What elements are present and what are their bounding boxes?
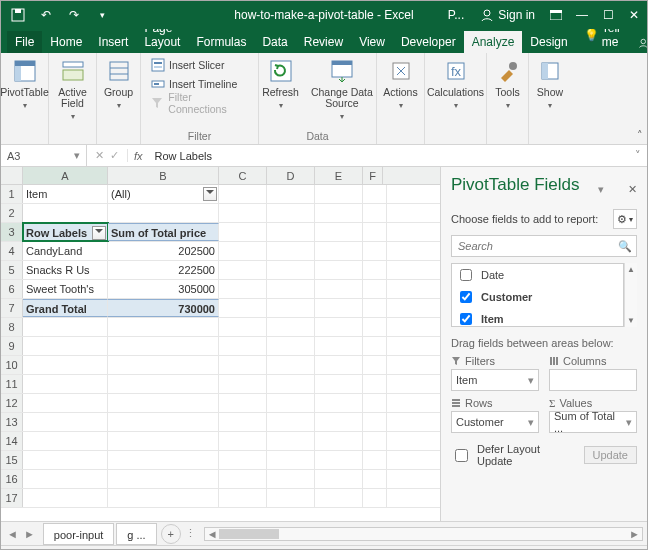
cell[interactable] bbox=[363, 299, 387, 317]
cell[interactable] bbox=[219, 337, 267, 355]
sheet-nav-prev-icon[interactable]: ◄ bbox=[7, 528, 18, 540]
minimize-icon[interactable]: — bbox=[569, 2, 595, 28]
field-checkbox[interactable] bbox=[460, 269, 472, 281]
cell[interactable] bbox=[23, 337, 108, 355]
pane-menu-icon[interactable]: ▾ bbox=[598, 183, 604, 196]
cell[interactable] bbox=[108, 204, 219, 222]
cell[interactable] bbox=[23, 318, 108, 336]
cell[interactable] bbox=[219, 242, 267, 260]
filter-dropdown-icon[interactable] bbox=[203, 187, 217, 201]
row-header[interactable]: 8 bbox=[1, 318, 23, 336]
cell[interactable]: Sweet Tooth's bbox=[23, 280, 108, 298]
cell[interactable]: 202500 bbox=[108, 242, 219, 260]
cell[interactable] bbox=[363, 470, 387, 488]
tools-button[interactable]: Tools▾ bbox=[488, 55, 528, 112]
row-header[interactable]: 14 bbox=[1, 432, 23, 450]
cell[interactable] bbox=[219, 223, 267, 241]
cell[interactable]: 222500 bbox=[108, 261, 219, 279]
cell[interactable] bbox=[219, 394, 267, 412]
tab-view[interactable]: View bbox=[351, 31, 393, 53]
field-item[interactable]: Customer bbox=[452, 286, 623, 308]
cell[interactable]: (All) bbox=[108, 185, 219, 203]
filter-dropdown-icon[interactable] bbox=[92, 226, 106, 240]
tab-insert[interactable]: Insert bbox=[90, 31, 136, 53]
cell[interactable] bbox=[267, 489, 315, 507]
pivottable-button[interactable]: PivotTable▾ bbox=[0, 55, 53, 112]
col-header-E[interactable]: E bbox=[315, 167, 363, 184]
cell[interactable] bbox=[267, 223, 315, 241]
cell[interactable] bbox=[219, 470, 267, 488]
col-header-B[interactable]: B bbox=[108, 167, 219, 184]
cell[interactable] bbox=[219, 299, 267, 317]
cell[interactable] bbox=[363, 261, 387, 279]
cell[interactable] bbox=[267, 356, 315, 374]
cell[interactable] bbox=[267, 451, 315, 469]
cell[interactable]: Grand Total bbox=[23, 299, 108, 317]
cell[interactable] bbox=[108, 394, 219, 412]
cell[interactable] bbox=[23, 451, 108, 469]
row-header[interactable]: 7 bbox=[1, 299, 23, 317]
horizontal-scrollbar[interactable]: ◄ ► bbox=[204, 527, 643, 541]
fx-icon[interactable]: fx bbox=[128, 150, 149, 162]
cell[interactable] bbox=[267, 394, 315, 412]
row-header[interactable]: 2 bbox=[1, 204, 23, 222]
cell[interactable] bbox=[363, 318, 387, 336]
cell[interactable] bbox=[315, 280, 363, 298]
field-list[interactable]: DateCustomerItem bbox=[451, 263, 624, 327]
tab-formulas[interactable]: Formulas bbox=[188, 31, 254, 53]
cell[interactable]: Sum of Total price bbox=[108, 223, 219, 241]
row-header[interactable]: 17 bbox=[1, 489, 23, 507]
cell[interactable] bbox=[315, 223, 363, 241]
row-header[interactable]: 6 bbox=[1, 280, 23, 298]
cell[interactable] bbox=[219, 489, 267, 507]
cell[interactable] bbox=[315, 261, 363, 279]
col-header-C[interactable]: C bbox=[219, 167, 267, 184]
insert-slicer-button[interactable]: Insert Slicer bbox=[147, 55, 227, 74]
expand-formula-bar-icon[interactable]: ˅ bbox=[629, 149, 647, 162]
cell[interactable] bbox=[108, 451, 219, 469]
cell[interactable] bbox=[267, 375, 315, 393]
cell[interactable] bbox=[315, 451, 363, 469]
cell[interactable] bbox=[23, 394, 108, 412]
cell[interactable] bbox=[363, 394, 387, 412]
new-sheet-icon[interactable]: + bbox=[161, 524, 181, 544]
formula-input[interactable]: Row Labels bbox=[149, 150, 629, 162]
field-list-options-icon[interactable]: ⚙▾ bbox=[613, 209, 637, 229]
row-header[interactable]: 1 bbox=[1, 185, 23, 203]
tab-home[interactable]: Home bbox=[42, 31, 90, 53]
field-item[interactable]: Item bbox=[452, 308, 623, 327]
cell[interactable]: Snacks R Us bbox=[23, 261, 108, 279]
cell[interactable] bbox=[315, 356, 363, 374]
cell[interactable] bbox=[315, 432, 363, 450]
cell[interactable] bbox=[315, 470, 363, 488]
tab-data[interactable]: Data bbox=[254, 31, 295, 53]
cell[interactable] bbox=[108, 413, 219, 431]
cell[interactable] bbox=[23, 470, 108, 488]
cell[interactable] bbox=[267, 318, 315, 336]
field-search-input[interactable] bbox=[456, 239, 618, 253]
collapse-ribbon-icon[interactable]: ˄ bbox=[637, 129, 643, 142]
cell[interactable] bbox=[363, 489, 387, 507]
tab-developer[interactable]: Developer bbox=[393, 31, 464, 53]
cell[interactable] bbox=[315, 242, 363, 260]
cell[interactable] bbox=[219, 185, 267, 203]
row-header[interactable]: 10 bbox=[1, 356, 23, 374]
show-button[interactable]: Show▾ bbox=[530, 55, 570, 112]
row-header[interactable]: 12 bbox=[1, 394, 23, 412]
undo-icon[interactable]: ↶ bbox=[33, 2, 59, 28]
cell[interactable] bbox=[267, 432, 315, 450]
cell[interactable] bbox=[267, 299, 315, 317]
cell[interactable] bbox=[363, 242, 387, 260]
col-header-F[interactable]: F bbox=[363, 167, 383, 184]
cell[interactable] bbox=[315, 394, 363, 412]
cell[interactable] bbox=[219, 375, 267, 393]
cell[interactable] bbox=[363, 356, 387, 374]
refresh-button[interactable]: Refresh▾ bbox=[258, 55, 303, 112]
cell[interactable] bbox=[219, 451, 267, 469]
select-all-corner[interactable] bbox=[1, 167, 23, 184]
cell[interactable]: Row Labels bbox=[23, 223, 108, 241]
cell[interactable] bbox=[363, 223, 387, 241]
cell[interactable] bbox=[315, 185, 363, 203]
cell[interactable] bbox=[315, 375, 363, 393]
name-box[interactable]: A3▾ bbox=[1, 145, 87, 166]
